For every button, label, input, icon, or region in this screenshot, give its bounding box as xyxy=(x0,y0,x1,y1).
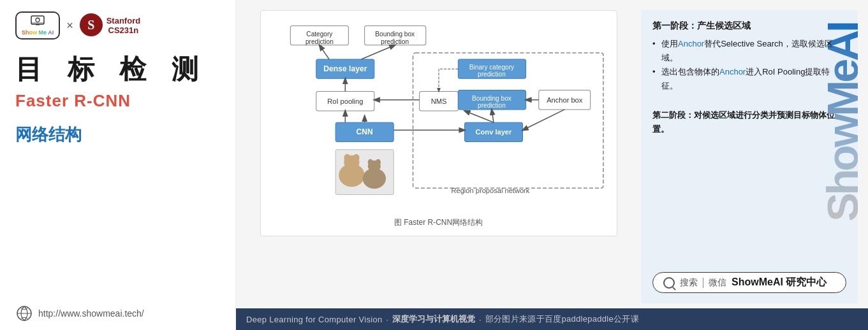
phase2-text: 第二阶段：对候选区域进行分类并预测目标物体位置。 xyxy=(652,108,846,136)
bottom-text1: Deep Learning for Computer Vision xyxy=(246,315,382,324)
highlight-anchor2: Anchor xyxy=(719,67,746,76)
logo-area: Show Me AI × S Stanford CS231n xyxy=(15,11,220,39)
svg-line-26 xyxy=(319,45,328,59)
left-panel: Show Me AI × S Stanford CS231n 目 标 检 测 F… xyxy=(0,0,236,330)
svg-text:NMS: NMS xyxy=(430,97,446,105)
tv-icon xyxy=(31,15,45,28)
stanford-text: Stanford CS231n xyxy=(107,16,140,35)
showmeai-brand-text: Show Me AI xyxy=(22,29,54,36)
bottom-dot1: · xyxy=(386,315,388,324)
svg-text:Region proposal network: Region proposal network xyxy=(451,187,529,194)
svg-text:prediction: prediction xyxy=(478,102,506,109)
stanford-logo-area: S Stanford CS231n xyxy=(80,13,140,38)
svg-text:Anchor box: Anchor box xyxy=(547,96,583,104)
svg-line-35 xyxy=(464,111,494,122)
desc-item-2: 选出包含物体的Anchor进入RoI Pooling提取特征。 xyxy=(652,65,846,93)
showmeai-logo: Show Me AI xyxy=(15,11,60,39)
diagram-caption: 图 Faster R-CNN网络结构 xyxy=(271,217,607,228)
main-title: 目 标 检 测 xyxy=(15,55,220,84)
svg-line-42 xyxy=(491,110,493,122)
svg-text:Bounding box: Bounding box xyxy=(375,31,415,38)
svg-point-12 xyxy=(375,159,380,166)
svg-point-8 xyxy=(353,154,359,162)
subtitle: Faster R-CNN xyxy=(15,91,220,111)
bottom-text2: 深度学习与计算机视觉 xyxy=(392,313,475,325)
svg-text:Conv layer: Conv layer xyxy=(475,128,511,136)
svg-text:prediction: prediction xyxy=(381,38,409,45)
search-icon xyxy=(663,277,675,289)
search-divider xyxy=(703,278,703,288)
search-box[interactable]: 搜索 微信 ShowMeAI 研究中心 xyxy=(652,272,846,293)
search-area: 搜索 微信 ShowMeAI 研究中心 xyxy=(652,262,846,293)
diagram-wrapper: CNN RoI pooling Dense layer Category pre… xyxy=(260,10,617,236)
section-title: 网络结构 xyxy=(15,124,220,146)
svg-text:prediction: prediction xyxy=(478,71,506,78)
search-label: 搜索 xyxy=(680,277,698,289)
desc-item-1: 使用Anchor替代Selective Search，选取候选区域。 xyxy=(652,37,846,65)
faster-rcnn-diagram: CNN RoI pooling Dense layer Category pre… xyxy=(271,18,607,210)
svg-text:Dense layer: Dense layer xyxy=(323,64,367,73)
bottom-dot2: · xyxy=(479,315,482,324)
nav-icon xyxy=(15,305,33,322)
website-url: http://www.showmeai.tech/ xyxy=(38,308,144,319)
content-area: CNN RoI pooling Dense layer Category pre… xyxy=(236,0,868,308)
wechat-label: 微信 xyxy=(709,277,726,289)
svg-text:prediction: prediction xyxy=(305,38,333,45)
multiply-symbol: × xyxy=(66,19,73,32)
svg-point-11 xyxy=(367,159,372,166)
stanford-name: Stanford xyxy=(107,16,140,25)
phase1-title: 第一阶段：产生候选区域 xyxy=(652,20,846,32)
search-circle xyxy=(663,277,675,289)
phase2-title-bold: 第二阶段：对候选区域进行分类并预测目标物体位置。 xyxy=(652,110,835,134)
highlight-anchor1: Anchor xyxy=(678,39,704,48)
svg-rect-2 xyxy=(36,24,40,25)
stanford-course: CS231n xyxy=(108,25,139,35)
svg-point-7 xyxy=(344,154,350,162)
svg-point-1 xyxy=(36,18,40,22)
bottom-text3: 部分图片来源于百度paddlepaddle公开课 xyxy=(485,313,639,325)
svg-text:Bounding box: Bounding box xyxy=(472,95,511,102)
stanford-s-logo: S xyxy=(80,13,103,36)
svg-line-27 xyxy=(361,45,395,59)
search-handle xyxy=(672,287,676,291)
svg-text:CNN: CNN xyxy=(356,127,372,136)
description-section: ShowMeAI 第一阶段：产生候选区域 使用Anchor替代Selective… xyxy=(641,10,858,303)
svg-text:Category: Category xyxy=(306,31,333,38)
website-row: http://www.showmeai.tech/ xyxy=(15,305,220,322)
svg-text:Binary category: Binary category xyxy=(469,64,514,71)
search-brand: ShowMeAI 研究中心 xyxy=(732,276,827,289)
diagram-section: CNN RoI pooling Dense layer Category pre… xyxy=(246,10,631,303)
bottom-bar: Deep Learning for Computer Vision · 深度学习… xyxy=(236,308,868,330)
description-list: 使用Anchor替代Selective Search，选取候选区域。 选出包含物… xyxy=(652,37,846,93)
right-panel: CNN RoI pooling Dense layer Category pre… xyxy=(236,0,868,330)
svg-line-46 xyxy=(522,110,564,130)
svg-text:RoI pooling: RoI pooling xyxy=(327,97,363,105)
